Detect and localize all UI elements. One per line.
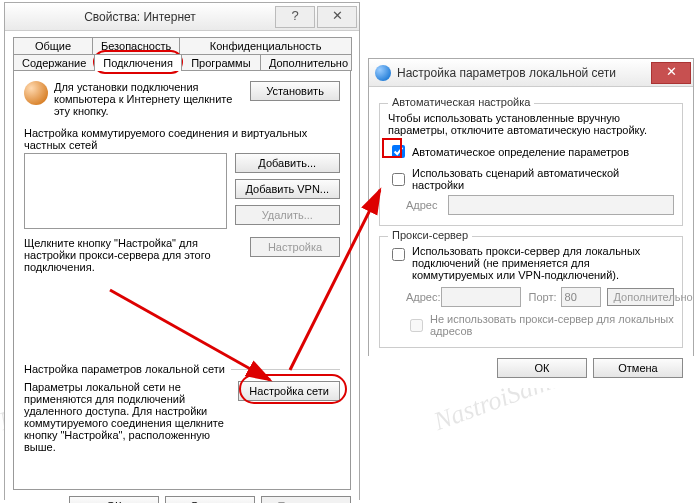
auto-text: Чтобы использовать установленные вручную… xyxy=(388,112,674,136)
proxy-port-label: Порт: xyxy=(529,291,557,303)
proxy-address-label: Адрес: xyxy=(406,291,441,303)
settings-hint: Щелкните кнопку "Настройка" для настройк… xyxy=(24,237,242,273)
add-button[interactable]: Добавить... xyxy=(235,153,340,173)
auto-address-label: Адрес xyxy=(406,199,448,211)
bypass-local-checkbox xyxy=(410,319,423,332)
dialup-settings-button: Настройка xyxy=(250,237,340,257)
apply-button: Применить xyxy=(261,496,351,503)
lan-settings-button[interactable]: Настройка сети xyxy=(238,381,340,401)
internet-properties-window: Свойства: Интернет ? ✕ Общие Безопасност… xyxy=(4,2,360,500)
auto-script-checkbox[interactable] xyxy=(392,173,405,186)
globe-icon xyxy=(24,81,48,105)
use-proxy-checkbox[interactable] xyxy=(392,248,405,261)
auto-script-label: Использовать сценарий автоматической нас… xyxy=(412,167,674,191)
proxy-group: Прокси-сервер Использовать прокси-сервер… xyxy=(379,236,683,348)
tab-general[interactable]: Общие xyxy=(13,37,93,54)
cancel-button[interactable]: Отмена xyxy=(593,358,683,378)
use-proxy-label: Использовать прокси-сервер для локальных… xyxy=(412,245,674,281)
lan-heading: Настройка параметров локальной сети xyxy=(24,363,225,375)
auto-legend: Автоматическая настройка xyxy=(388,96,534,108)
window-icon xyxy=(375,65,391,81)
install-button[interactable]: Установить xyxy=(250,81,340,101)
close-button[interactable]: ✕ xyxy=(317,6,357,28)
proxy-port-field xyxy=(561,287,601,307)
auto-address-field xyxy=(448,195,674,215)
ok-button[interactable]: ОК xyxy=(69,496,159,503)
tab-connections[interactable]: Подключения xyxy=(94,54,182,71)
remove-button: Удалить... xyxy=(235,205,340,225)
proxy-advanced-button: Дополнительно xyxy=(607,288,674,306)
tab-panel-connections: Для установки подключения компьютера к И… xyxy=(13,70,351,490)
tab-programs[interactable]: Программы xyxy=(181,54,261,71)
lan-text: Параметры локальной сети не применяются … xyxy=(24,381,230,453)
dialup-text: Для установки подключения компьютера к И… xyxy=(54,81,244,117)
proxy-address-field xyxy=(441,287,521,307)
tab-strip: Общие Безопасность Конфиденциальность Со… xyxy=(13,37,351,490)
auto-detect-label: Автоматическое определение параметров xyxy=(412,146,629,158)
titlebar: Настройка параметров локальной сети ✕ xyxy=(369,59,693,87)
window-body: Общие Безопасность Конфиденциальность Со… xyxy=(5,31,359,503)
bypass-local-label: Не использовать прокси-сервер для локаль… xyxy=(430,313,674,337)
window-body: Автоматическая настройка Чтобы использов… xyxy=(369,87,693,388)
dialup-heading: Настройка коммутируемого соединения и ви… xyxy=(24,127,340,151)
ok-button[interactable]: ОК xyxy=(497,358,587,378)
lan-settings-window: Настройка параметров локальной сети ✕ Ав… xyxy=(368,58,694,356)
window-title: Свойства: Интернет xyxy=(5,10,275,24)
cancel-button[interactable]: Отмена xyxy=(165,496,255,503)
proxy-legend: Прокси-сервер xyxy=(388,229,472,241)
close-button[interactable]: ✕ xyxy=(651,62,691,84)
tab-security[interactable]: Безопасность xyxy=(92,37,180,54)
add-vpn-button[interactable]: Добавить VPN... xyxy=(235,179,340,199)
auto-config-group: Автоматическая настройка Чтобы использов… xyxy=(379,103,683,226)
connections-listbox[interactable] xyxy=(24,153,227,229)
help-button[interactable]: ? xyxy=(275,6,315,28)
annotation-square-checkbox xyxy=(382,138,402,158)
tab-advanced[interactable]: Дополнительно xyxy=(260,54,352,71)
tab-content[interactable]: Содержание xyxy=(13,54,95,71)
window-title: Настройка параметров локальной сети xyxy=(397,66,651,80)
tab-privacy[interactable]: Конфиденциальность xyxy=(179,37,352,54)
titlebar: Свойства: Интернет ? ✕ xyxy=(5,3,359,31)
